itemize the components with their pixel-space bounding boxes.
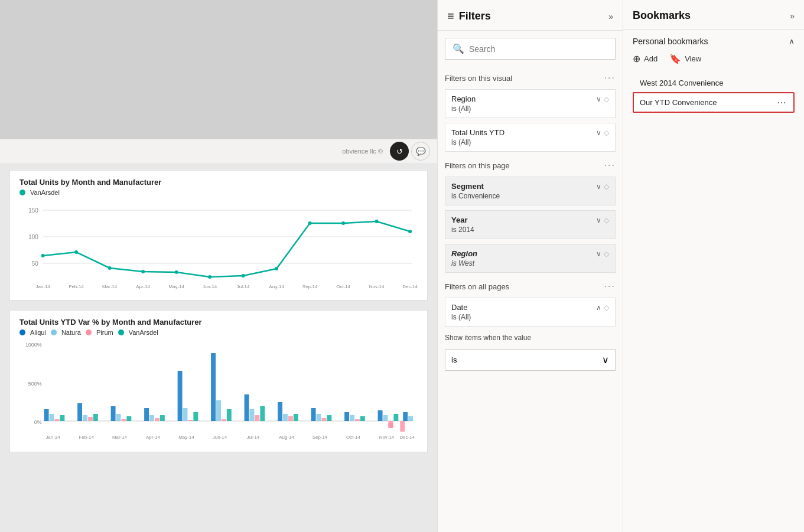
our-ytd-convenience-dots[interactable]: ⋯	[777, 97, 787, 108]
svg-rect-41	[93, 414, 98, 421]
west-2014-convenience-bookmark[interactable]: West 2014 Convenience	[633, 74, 795, 92]
circle-arrow-icon: ↺	[396, 147, 403, 156]
bookmarks-header: Bookmarks »	[623, 0, 804, 30]
segment-filter-card: Segment ∨ ◇ is Convenience	[445, 177, 616, 205]
svg-point-10	[175, 270, 178, 274]
svg-text:Mar-14: Mar-14	[112, 435, 128, 440]
svg-text:Aug-14: Aug-14	[279, 435, 294, 440]
region-page-filter-card: Region ∨ ◇ is West	[445, 244, 616, 273]
svg-point-12	[242, 274, 245, 278]
line-chart-legend: VanArsdel	[19, 189, 418, 196]
svg-text:50: 50	[32, 260, 38, 267]
view-bookmark-label: View	[685, 54, 701, 63]
our-ytd-convenience-bookmark[interactable]: Our YTD Convenience ⋯	[633, 92, 795, 113]
svg-text:Mar-14: Mar-14	[102, 284, 118, 289]
svg-point-15	[341, 221, 345, 225]
filters-title-text: Filters	[459, 10, 491, 22]
segment-filter-value: is Convenience	[451, 192, 609, 200]
chat-button[interactable]: 💬	[411, 142, 430, 161]
svg-rect-77	[388, 421, 393, 428]
filters-header: ≡ Filters »	[438, 0, 623, 31]
svg-point-6	[41, 254, 45, 257]
line-chart-svg: 150 100 50 Jan	[19, 198, 418, 293]
svg-text:0%: 0%	[34, 419, 42, 425]
bookmarks-title: Bookmarks	[633, 9, 691, 22]
search-box[interactable]: 🔍	[445, 38, 616, 60]
region-chevron-icon[interactable]: ∨	[596, 95, 601, 103]
svg-rect-45	[126, 416, 131, 421]
svg-rect-53	[193, 412, 198, 421]
region-page-eraser-icon[interactable]: ◇	[604, 250, 609, 258]
filters-page-dots[interactable]: ···	[604, 160, 616, 171]
vanarsdel-label: VanArsdel	[30, 189, 60, 196]
svg-text:500%: 500%	[28, 381, 42, 387]
search-input[interactable]	[469, 44, 608, 54]
svg-rect-58	[245, 394, 249, 421]
svg-rect-34	[44, 409, 49, 421]
svg-point-11	[208, 275, 211, 279]
svg-rect-62	[278, 402, 282, 421]
svg-text:Oct-14: Oct-14	[346, 435, 360, 440]
our-ytd-convenience-label: Our YTD Convenience	[640, 98, 717, 107]
personal-bookmarks-title: Personal bookmarks	[633, 37, 708, 46]
natura-dot	[51, 329, 57, 335]
region-eraser-icon[interactable]: ◇	[604, 95, 609, 103]
svg-rect-50	[178, 371, 183, 421]
svg-rect-40	[88, 417, 93, 421]
filters-title: ≡ Filters	[447, 9, 491, 23]
filters-expand-icon[interactable]: »	[608, 12, 613, 21]
personal-bookmarks-collapse-icon[interactable]: ∧	[789, 37, 795, 46]
is-dropdown-chevron[interactable]: ∨	[602, 354, 609, 365]
total-units-filter-value: is (All)	[451, 138, 609, 146]
region-visual-filter-card: Region ∨ ◇ is (All)	[445, 89, 616, 118]
view-bookmark-button[interactable]: 🔖 View	[669, 53, 701, 64]
region-page-chevron-icon[interactable]: ∨	[596, 250, 601, 258]
bookmarks-expand-icon[interactable]: »	[790, 11, 795, 21]
add-bookmark-label: Add	[644, 54, 657, 63]
svg-text:Nov-14: Nov-14	[379, 435, 395, 440]
filters-visual-dots[interactable]: ···	[604, 73, 616, 83]
natura-label: Natura	[61, 329, 81, 336]
total-units-chevron-icon[interactable]: ∨	[596, 129, 601, 137]
svg-rect-36	[54, 419, 59, 421]
svg-rect-74	[378, 410, 383, 421]
svg-text:1000%: 1000%	[25, 342, 42, 348]
date-chevron-icon[interactable]: ∧	[596, 303, 601, 312]
svg-text:Jun-14: Jun-14	[203, 284, 217, 289]
svg-point-9	[141, 270, 145, 273]
year-filter-card: Year ∨ ◇ is 2014	[445, 210, 616, 239]
svg-rect-73	[360, 416, 365, 421]
is-dropdown-label: is	[451, 355, 457, 364]
date-eraser-icon[interactable]: ◇	[604, 303, 609, 312]
pirum-dot	[86, 329, 92, 335]
total-units-eraser-icon[interactable]: ◇	[604, 129, 609, 137]
svg-point-13	[275, 267, 278, 270]
svg-point-7	[74, 250, 78, 254]
year-filter-name: Year	[451, 216, 467, 224]
svg-text:Nov-14: Nov-14	[369, 284, 385, 289]
west-2014-convenience-label: West 2014 Convenience	[640, 79, 723, 87]
year-filter-value: is 2014	[451, 226, 609, 234]
svg-rect-60	[255, 415, 259, 421]
date-filter-name: Date	[451, 303, 467, 312]
vanarsdel-dot	[19, 190, 25, 195]
add-bookmark-button[interactable]: ⊕ Add	[633, 53, 657, 64]
svg-text:Jul-14: Jul-14	[237, 284, 250, 289]
segment-eraser-icon[interactable]: ◇	[604, 182, 609, 191]
bar-chart-title: Total Units YTD Var % by Month and Manuf…	[19, 318, 418, 327]
svg-rect-49	[160, 415, 165, 421]
region-filter-name: Region	[451, 94, 476, 103]
svg-rect-51	[183, 408, 188, 421]
svg-text:Jun-14: Jun-14	[213, 435, 227, 440]
bar-chart-svg: 1000% 500% 0%	[19, 338, 418, 445]
filters-all-dots[interactable]: ···	[604, 281, 616, 292]
circle-arrow-button[interactable]: ↺	[390, 142, 409, 161]
segment-chevron-icon[interactable]: ∨	[596, 182, 601, 191]
vanarsdel-bar-label: VanArsdel	[129, 329, 158, 336]
date-filter-card: Date ∧ ◇ is (All)	[445, 298, 616, 327]
year-eraser-icon[interactable]: ◇	[604, 216, 609, 224]
chat-icon: 💬	[416, 147, 426, 156]
filters-on-page-section: Filters on this page ···	[438, 154, 623, 174]
year-chevron-icon[interactable]: ∨	[596, 216, 601, 224]
svg-rect-63	[283, 414, 288, 421]
